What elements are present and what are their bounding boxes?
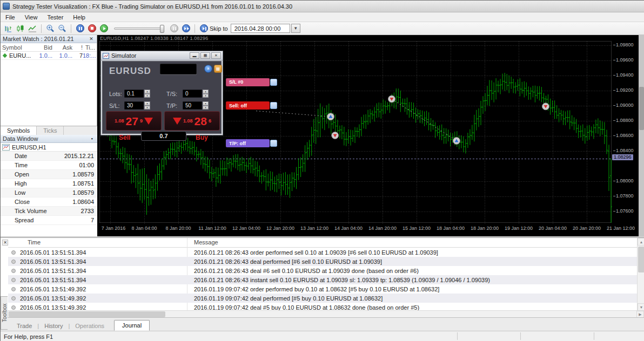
tp-input[interactable]: 50 bbox=[183, 101, 202, 110]
skip-date-field[interactable]: 2016.04.28 00:00 bbox=[231, 24, 290, 33]
symbol-name: EURU... bbox=[9, 52, 31, 59]
journal-message: 2016.01.19 09:07:42 deal performed [#5 b… bbox=[186, 295, 383, 302]
lots-input[interactable]: 0.1 bbox=[124, 90, 144, 98]
journal-horizontal-scrollbar[interactable]: ◀ ▶ bbox=[1, 310, 644, 317]
time-axis-label: 18 Jan 20:00 bbox=[469, 226, 500, 231]
simulator-layout-button[interactable]: ▦ bbox=[200, 52, 210, 59]
chart-ohlc-caption: EURUSD,H1 1.08247 1.08338 1.08147 1.0829… bbox=[100, 36, 208, 41]
chart-tag-button[interactable] bbox=[270, 140, 277, 147]
chart-tag-sl[interactable]: S/L #0 bbox=[226, 78, 270, 86]
line-chart-icon[interactable] bbox=[27, 24, 38, 33]
menu-item-tester[interactable]: Tester bbox=[42, 13, 68, 21]
toolbox-vertical-tab[interactable]: Toolbox bbox=[1, 296, 8, 330]
sell-price-button[interactable]: 1.08279 bbox=[106, 111, 162, 131]
tab-operations[interactable]: Operations bbox=[70, 321, 110, 331]
chart-right-scrollbar-thumb[interactable] bbox=[639, 87, 644, 130]
data-value: 01:00 bbox=[56, 162, 97, 168]
data-window-menu-icon[interactable]: ▪ bbox=[89, 136, 95, 141]
price-axis-label: 1.08000 bbox=[616, 178, 634, 183]
bar-chart-icon[interactable] bbox=[3, 24, 14, 33]
sl-input[interactable]: 30 bbox=[124, 101, 144, 110]
settings-gear-icon[interactable]: ✳ bbox=[204, 65, 212, 73]
chart-tag-button[interactable] bbox=[270, 79, 277, 86]
journal-message: 2016.01.19 09:07:42 deal #5 buy 0.10 EUR… bbox=[186, 304, 419, 311]
price-axis-label: 1.08800 bbox=[616, 118, 634, 123]
buy-label[interactable]: Buy bbox=[196, 134, 208, 141]
skip-icon bbox=[198, 24, 209, 33]
step-button[interactable] bbox=[169, 24, 179, 33]
bid-value: 1.0... bbox=[34, 52, 54, 59]
buy-price-button[interactable]: 1.08286 bbox=[164, 111, 220, 131]
lots-stepper[interactable]: ▲▼ bbox=[144, 90, 150, 98]
chart-right-scrollbar[interactable] bbox=[639, 35, 644, 236]
ts-input[interactable]: 0 bbox=[183, 90, 202, 98]
simulator-minimize-button[interactable]: ▬ bbox=[190, 52, 199, 59]
scroll-down-icon[interactable]: ▼ bbox=[638, 303, 644, 311]
data-value: 1.08751 bbox=[56, 180, 97, 187]
journal-row[interactable]: 2016.05.01 13:51:51.3942016.01.21 08:26:… bbox=[8, 248, 637, 257]
resume-button[interactable] bbox=[98, 24, 109, 33]
tab-symbols[interactable]: Symbols bbox=[1, 126, 37, 135]
scroll-up-icon[interactable]: ▲ bbox=[638, 238, 644, 245]
price-axis-label: 1.09000 bbox=[616, 103, 634, 108]
data-value: 1.08579 bbox=[56, 189, 97, 196]
journal-bullet-icon bbox=[11, 287, 16, 291]
journal-row[interactable]: 2016.05.01 13:51:51.3942016.01.21 08:26:… bbox=[8, 257, 637, 266]
journal-row[interactable]: 2016.05.01 13:51:49.3922016.01.19 09:07:… bbox=[8, 284, 637, 294]
market-watch-row-eurusd[interactable]: EURU... 1.0... 1.0... 7 18:... bbox=[1, 52, 97, 60]
simulator-titlebar[interactable]: Simulator ▬ ▦ ✕ bbox=[101, 51, 223, 60]
stop-button[interactable] bbox=[86, 24, 97, 33]
journal-row[interactable]: 2016.05.01 13:51:49.3922016.01.19 09:07:… bbox=[8, 294, 637, 303]
journal-vscroll-thumb[interactable] bbox=[638, 247, 644, 272]
tp-label: T/P: bbox=[166, 103, 177, 109]
market-watch-close-icon[interactable]: ✕ bbox=[88, 36, 95, 42]
speed-slider[interactable] bbox=[114, 28, 164, 30]
chart-tag-tp[interactable]: T/P: off bbox=[226, 139, 270, 147]
trade-marker-sell[interactable] bbox=[388, 96, 395, 103]
left-panel-column: Market Watch : 2016.01.21 ✕ Symbol Bid A… bbox=[1, 35, 97, 236]
trade-marker-buy[interactable] bbox=[327, 113, 334, 120]
column-bid: Bid bbox=[34, 44, 54, 51]
simulator-dialog[interactable]: Simulator ▬ ▦ ✕ EURUSD ✳ ▦ Lots: 0.1 ▲▼ … bbox=[100, 51, 223, 135]
grid-layout-icon[interactable]: ▦ bbox=[214, 65, 222, 73]
tp-stepper[interactable]: ▲▼ bbox=[203, 101, 209, 110]
tab-trade[interactable]: Trade bbox=[11, 321, 37, 331]
journal-row[interactable]: 2016.05.01 13:51:51.3942016.01.21 08:26:… bbox=[8, 266, 637, 275]
journal-row[interactable]: 2016.05.01 13:51:51.3942016.01.21 08:26:… bbox=[8, 275, 637, 284]
data-window-titlebar: Data Window ▪ bbox=[1, 135, 97, 143]
journal-vertical-scrollbar[interactable]: ▲ ▼ bbox=[637, 238, 644, 311]
journal-column-message: Message bbox=[194, 239, 218, 245]
price-axis-label: 1.07600 bbox=[616, 208, 634, 214]
trade-marker-sell[interactable] bbox=[542, 103, 549, 110]
tab-journal[interactable]: Journal bbox=[114, 320, 150, 331]
chart-tag-sell[interactable]: Sell: off bbox=[226, 101, 270, 110]
time-axis-label: 18 Jan 04:00 bbox=[435, 226, 466, 231]
tab-history[interactable]: History bbox=[39, 321, 68, 331]
candlestick-chart-icon[interactable] bbox=[15, 24, 26, 33]
menu-item-help[interactable]: Help bbox=[68, 13, 90, 21]
simulator-close-button[interactable]: ✕ bbox=[211, 52, 221, 59]
chart-tag-button[interactable] bbox=[270, 102, 277, 109]
market-watch-tabs: Symbols Ticks bbox=[1, 126, 97, 135]
pause-button[interactable] bbox=[75, 24, 85, 33]
journal-hscroll-thumb[interactable] bbox=[9, 311, 165, 317]
price-axis-label: 1.08400 bbox=[616, 148, 634, 153]
window-title: Strategy Tester Visualization : FX Blue … bbox=[12, 3, 292, 10]
speed-slider-thumb[interactable] bbox=[160, 25, 164, 33]
trade-marker-sell[interactable] bbox=[332, 132, 339, 139]
zoom-out-icon[interactable] bbox=[57, 24, 68, 33]
fast-forward-button[interactable] bbox=[180, 24, 191, 33]
time-axis-label: 12 Jan 04:00 bbox=[231, 226, 262, 231]
ts-stepper[interactable]: ▲▼ bbox=[203, 90, 209, 98]
time-axis-label: 19 Jan 12:00 bbox=[503, 226, 534, 231]
trade-marker-buy[interactable] bbox=[453, 137, 460, 144]
menu-item-file[interactable]: File bbox=[1, 13, 20, 21]
journal-close-icon[interactable]: ✕ bbox=[2, 240, 8, 245]
price-axis-label: 1.09600 bbox=[616, 57, 634, 63]
menu-item-view[interactable]: View bbox=[20, 13, 43, 21]
tab-ticks[interactable]: Ticks bbox=[37, 126, 64, 135]
sell-label[interactable]: Sell bbox=[119, 134, 130, 141]
zoom-in-icon[interactable] bbox=[45, 24, 56, 33]
skip-date-dropdown[interactable]: ▼ bbox=[291, 24, 300, 33]
sl-stepper[interactable]: ▲▼ bbox=[144, 101, 150, 110]
